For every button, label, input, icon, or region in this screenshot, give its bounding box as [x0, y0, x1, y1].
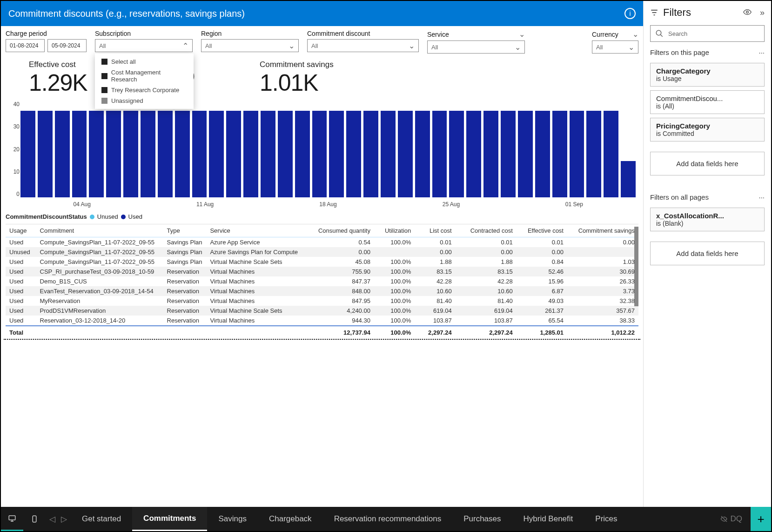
chart-bar[interactable] — [226, 111, 241, 197]
column-header[interactable]: List cost — [415, 224, 455, 237]
table-row[interactable]: UsedCompute_SavingsPlan_11-07-2022_09-55… — [6, 237, 638, 248]
chart-bar[interactable] — [621, 161, 636, 197]
table-row[interactable]: UnusedCompute_SavingsPlan_11-07-2022_09-… — [6, 247, 638, 257]
more-icon[interactable]: ··· — [759, 193, 765, 201]
date-to-input[interactable]: 05-09-2024 — [47, 39, 87, 52]
desktop-view-icon[interactable] — [1, 507, 23, 531]
chart-bar[interactable] — [552, 111, 567, 197]
chart-bar[interactable] — [415, 111, 430, 197]
eye-icon[interactable] — [743, 8, 752, 18]
commitment-discount-dropdown[interactable]: All⌄ — [307, 39, 419, 52]
dropdown-option[interactable]: Unassigned — [95, 95, 194, 106]
chart-bar[interactable] — [570, 111, 584, 197]
page-tab[interactable]: Prices — [584, 507, 628, 531]
chart-bar[interactable] — [518, 111, 533, 197]
chart-bar[interactable] — [604, 111, 618, 197]
chart-bar[interactable] — [55, 111, 70, 197]
column-header[interactable]: Type — [163, 224, 207, 237]
daily-bar-chart[interactable]: 403020100 04 Aug11 Aug18 Aug25 Aug01 Sep — [6, 101, 638, 210]
table-row[interactable]: UsedDemo_B1S_CUSReservationVirtual Machi… — [6, 276, 638, 286]
add-global-filter[interactable]: Add data fields here — [650, 242, 765, 265]
chart-bar[interactable] — [586, 111, 601, 197]
chart-bar[interactable] — [449, 111, 464, 197]
page-tab[interactable]: Savings — [207, 507, 257, 531]
page-tab[interactable]: Hybrid Benefit — [512, 507, 584, 531]
chart-bar[interactable] — [501, 111, 516, 197]
filter-card[interactable]: ChargeCategoryis Usage — [650, 63, 765, 87]
chart-bar[interactable] — [466, 111, 481, 197]
chart-bar[interactable] — [432, 111, 447, 197]
filter-card[interactable]: PricingCategoryis Committed — [650, 118, 765, 141]
chart-bar[interactable] — [295, 111, 310, 197]
chart-bar[interactable] — [123, 111, 138, 197]
table-row[interactable]: UsedEvanTest_Reservation_03-09-2018_14-5… — [6, 286, 638, 296]
column-header[interactable]: Effective cost — [517, 224, 567, 237]
chart-bar[interactable] — [192, 111, 207, 197]
subscription-dropdown[interactable]: All⌃ — [95, 39, 193, 52]
page-tab[interactable]: Reservation recommendations — [323, 507, 453, 531]
chart-bar[interactable] — [38, 111, 53, 197]
chart-bar[interactable] — [483, 111, 498, 197]
table-row[interactable]: UsedProdDS1VMReservationReservationVirtu… — [6, 306, 638, 316]
service-dropdown[interactable]: All⌄ — [427, 40, 525, 54]
chevron-down-icon: ⌄ — [628, 43, 634, 52]
chart-bar[interactable] — [329, 111, 344, 197]
chart-bar[interactable] — [261, 111, 275, 197]
column-header[interactable]: Commitment savings — [567, 224, 638, 237]
page-tab[interactable]: Chargeback — [258, 507, 323, 531]
column-header[interactable]: Usage — [6, 224, 36, 237]
page-tab[interactable]: Commitments — [132, 507, 207, 531]
page-title-bar: Commitment discounts (e.g., reservations… — [1, 1, 643, 26]
chart-bar[interactable] — [141, 111, 155, 197]
add-page-button[interactable]: + — [751, 507, 771, 531]
chart-bar[interactable] — [89, 111, 104, 197]
dropdown-option[interactable]: Select all — [95, 56, 194, 67]
page-tab[interactable]: Get started — [71, 507, 132, 531]
table-row[interactable]: UsedCompute_SavingsPlan_11-07-2022_09-55… — [6, 257, 638, 267]
chart-bar[interactable] — [346, 111, 361, 197]
chart-bar[interactable] — [398, 111, 413, 197]
table-scrollbar[interactable] — [634, 225, 638, 338]
date-from-input[interactable]: 01-08-2024 — [6, 39, 45, 52]
more-icon[interactable]: ··· — [759, 48, 765, 56]
table-row[interactable]: UsedReservation_03-12-2018_14-20Reservat… — [6, 316, 638, 326]
column-header[interactable]: Service — [206, 224, 308, 237]
dropdown-option[interactable]: Trey Research Corporate — [95, 85, 194, 95]
tab-nav-arrows[interactable]: ◁▷ — [46, 507, 71, 531]
column-header[interactable]: Commitment — [36, 224, 163, 237]
chart-bar[interactable] — [312, 111, 327, 197]
table-row[interactable]: UsedMyReservationReservationVirtual Mach… — [6, 296, 638, 306]
chart-bar[interactable] — [363, 111, 378, 197]
chart-bar[interactable] — [243, 111, 258, 197]
chevron-down-icon[interactable]: ⌄ — [632, 30, 638, 39]
chart-bar[interactable] — [72, 111, 87, 197]
chart-bar[interactable] — [106, 111, 121, 197]
hidden-tab-dq[interactable]: DQ — [712, 507, 751, 531]
column-header[interactable]: Consumed quantity — [308, 224, 374, 237]
currency-dropdown[interactable]: All⌄ — [592, 40, 638, 54]
page-tab[interactable]: Purchases — [452, 507, 512, 531]
chart-bar[interactable] — [278, 111, 293, 197]
chart-bar[interactable] — [535, 111, 550, 197]
add-page-filter[interactable]: Add data fields here — [650, 152, 765, 175]
region-dropdown[interactable]: All⌄ — [201, 39, 299, 52]
dropdown-option[interactable]: Cost Management Research — [95, 67, 194, 85]
chart-bar[interactable] — [20, 111, 35, 197]
table-row[interactable]: UsedCSP_RI_purchaseTest_03-09-2018_10-59… — [6, 267, 638, 276]
chevron-down-icon[interactable]: ⌄ — [519, 30, 525, 39]
chart-bar[interactable] — [209, 111, 224, 197]
filters-search[interactable]: Search — [650, 25, 765, 42]
filter-card[interactable]: CommitmentDiscou...is (All) — [650, 90, 765, 114]
column-header[interactable]: Contracted cost — [456, 224, 517, 237]
slicer-label: Currency — [592, 31, 618, 38]
commitments-table[interactable]: UsageCommitmentTypeServiceConsumed quant… — [6, 224, 638, 339]
mobile-view-icon[interactable] — [23, 507, 46, 531]
column-header[interactable]: Utilization — [374, 224, 415, 237]
chart-bar[interactable] — [175, 111, 190, 197]
chart-bar[interactable] — [381, 111, 396, 197]
filter-card[interactable]: x_CostAllocationR...is (Blank) — [650, 208, 765, 231]
chart-bars — [20, 101, 636, 197]
collapse-icon[interactable]: » — [760, 8, 765, 18]
chart-bar[interactable] — [158, 111, 173, 197]
info-icon[interactable]: i — [624, 8, 636, 19]
